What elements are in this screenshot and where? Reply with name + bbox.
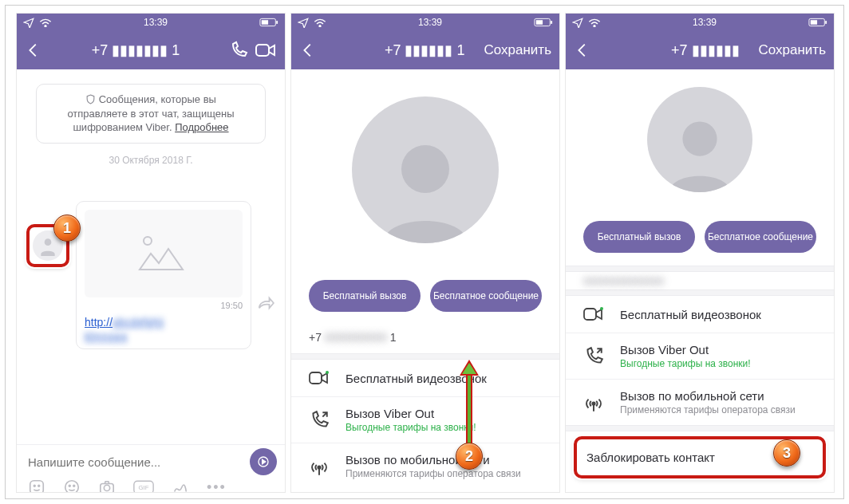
chat-title[interactable]: +7 ▮▮▮▮▮▮▮ 1 [92, 41, 180, 59]
row-sublabel: Выгодные тарифы на звонки! [620, 358, 819, 369]
forward-icon[interactable] [257, 296, 274, 313]
svg-point-12 [69, 485, 70, 486]
doodle-icon[interactable] [172, 478, 189, 492]
back-arrow-icon[interactable] [25, 41, 42, 59]
video-icon [308, 369, 330, 387]
chat-body: Сообщения, которые вы отправляете в этот… [17, 69, 285, 444]
battery-icon [534, 18, 553, 27]
free-video-call-row[interactable]: Бесплатный видеозвонок [291, 360, 559, 397]
camera-icon[interactable] [98, 479, 116, 492]
svg-rect-4 [256, 45, 269, 56]
free-call-button[interactable]: Бесплатный вызов [583, 221, 695, 253]
phone-blurred: 0000000000 [325, 331, 387, 344]
message-link[interactable]: http://abcdefghij klmnopq [85, 315, 243, 344]
status-time: 13:39 [144, 17, 168, 28]
incoming-message[interactable]: 19:50 http://abcdefghij klmnopq [76, 201, 251, 349]
airplane-mode-icon [572, 17, 583, 28]
svg-rect-3 [276, 21, 278, 24]
message-composer: GIF ••• [17, 444, 285, 492]
row-label: Вызов по мобильной сети [620, 389, 819, 403]
step-badge-1: 1 [53, 215, 81, 242]
encryption-text-1: Сообщения, которые вы [99, 93, 216, 105]
back-arrow-icon[interactable] [299, 41, 317, 59]
status-time: 13:39 [418, 17, 442, 28]
chat-navbar: +7 ▮▮▮▮▮▮▮ 1 [17, 31, 285, 69]
encryption-notice: Сообщения, которые вы отправляете в этот… [36, 84, 266, 144]
battery-icon [259, 18, 278, 27]
shield-icon [85, 94, 96, 104]
phone-out-icon [309, 410, 330, 431]
link-blurred: abcdefghij [113, 316, 164, 329]
section-separator [291, 353, 559, 360]
profile-navbar: +7 ▮▮▮▮▮▮ Сохранить [566, 31, 834, 69]
step-badge-3: 3 [773, 439, 800, 467]
contact-actions-list: Бесплатный видеозвонок Вызов Viber Out В… [291, 360, 559, 489]
status-bar: 13:39 [17, 14, 285, 31]
message-input[interactable] [25, 451, 245, 474]
video-call-icon[interactable] [255, 41, 277, 59]
viber-out-row[interactable]: Вызов Viber Out Выгодные тарифы на звонк… [566, 333, 834, 380]
row-label: Бесплатный видеозвонок [620, 308, 819, 321]
free-message-button[interactable]: Бесплатное сообщение [705, 221, 816, 253]
svg-text:GIF: GIF [139, 484, 149, 491]
antenna-icon [309, 456, 330, 477]
wifi-icon [39, 18, 52, 27]
tutorial-canvas: 13:39 +7 ▮▮▮▮▮▮▮ 1 Сообщения, которые вы… [5, 5, 844, 499]
profile-avatar-area [291, 69, 559, 270]
row-label: Вызов Viber Out [346, 407, 545, 420]
airplane-mode-icon [23, 17, 34, 28]
person-placeholder-icon [365, 124, 485, 243]
sticker-icon[interactable] [28, 478, 45, 492]
person-placeholder-icon [657, 106, 743, 192]
profile-title: +7 ▮▮▮▮▮▮ [671, 41, 740, 59]
more-icon[interactable]: ••• [207, 479, 227, 493]
emoji-icon[interactable] [63, 478, 81, 492]
video-icon [582, 305, 605, 323]
svg-point-26 [594, 26, 595, 27]
status-bar: 13:39 [291, 14, 559, 31]
phone-screen-1: 13:39 +7 ▮▮▮▮▮▮▮ 1 Сообщения, которые вы… [17, 14, 285, 492]
row-sublabel: Выгодные тарифы на звонки! [346, 422, 545, 433]
viber-out-row[interactable]: Вызов Viber Out Выгодные тарифы на звонк… [291, 397, 559, 443]
svg-point-32 [600, 307, 603, 310]
voice-message-button[interactable] [250, 448, 277, 475]
encryption-text-3: шифрованием Viber. [73, 121, 172, 133]
save-button[interactable]: Сохранить [759, 42, 826, 58]
profile-title: +7 ▮▮▮▮▮▮ 1 [385, 41, 465, 59]
free-video-call-row[interactable]: Бесплатный видеозвонок [566, 296, 834, 333]
row-label: Вызов по мобильной сети [346, 453, 545, 467]
save-button[interactable]: Сохранить [484, 42, 551, 58]
phone-number-line: +7 0000000000 1 [291, 323, 559, 353]
svg-point-15 [104, 485, 109, 490]
free-message-button[interactable]: Бесплатное сообщение [430, 280, 542, 312]
svg-point-0 [45, 26, 46, 27]
row-sublabel: Применяются тарифы оператора связи [620, 404, 819, 415]
wifi-icon [588, 18, 601, 27]
cellular-call-row[interactable]: Вызов по мобильной сети Применяются тари… [291, 443, 559, 489]
svg-point-13 [73, 485, 75, 486]
encryption-more-link[interactable]: Подробнее [175, 121, 228, 133]
svg-point-18 [319, 26, 321, 27]
svg-point-9 [34, 485, 35, 486]
row-sublabel: Применяются тарифы оператора связи [346, 468, 545, 479]
svg-rect-2 [262, 20, 268, 25]
svg-point-24 [326, 371, 329, 374]
gif-icon[interactable]: GIF [133, 480, 154, 492]
svg-rect-28 [811, 20, 817, 25]
svg-rect-29 [825, 21, 827, 24]
status-time: 13:39 [693, 17, 717, 28]
step-badge-2: 2 [456, 443, 483, 470]
voice-call-icon[interactable] [229, 41, 248, 60]
cellular-call-row[interactable]: Вызов по мобильной сети Применяются тари… [566, 380, 834, 425]
section-separator [566, 266, 834, 272]
free-call-button[interactable]: Бесплатный вызов [309, 280, 421, 312]
phone-screen-2: 13:39 +7 ▮▮▮▮▮▮ 1 Сохранить Бесплатный в… [291, 14, 559, 492]
profile-navbar: +7 ▮▮▮▮▮▮ 1 Сохранить [291, 31, 559, 69]
row-label: Бесплатный видеозвонок [346, 372, 545, 385]
action-buttons: Бесплатный вызов Бесплатное сообщение [566, 210, 834, 266]
svg-rect-23 [310, 372, 322, 384]
svg-rect-31 [584, 309, 596, 320]
back-arrow-icon[interactable] [574, 41, 591, 59]
svg-point-30 [682, 121, 717, 156]
swipe-up-arrow-icon [457, 356, 481, 444]
